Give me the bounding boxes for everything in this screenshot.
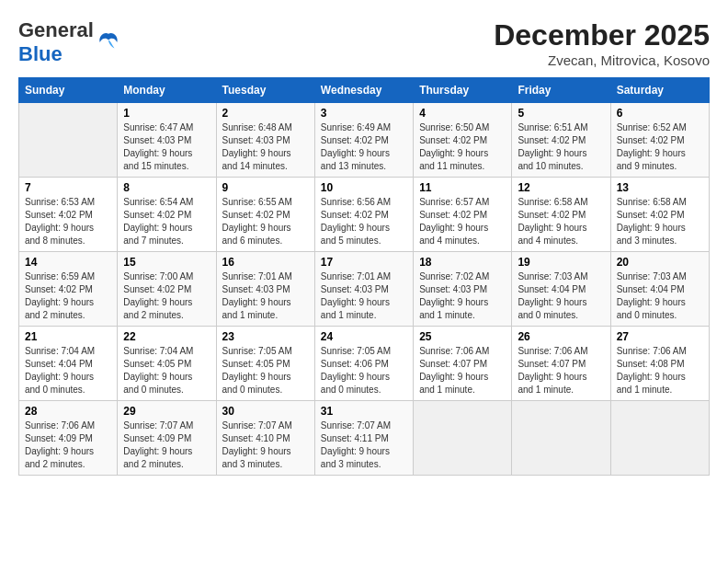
daylight: Daylight: 9 hours and 6 minutes. [222, 223, 291, 246]
calendar-cell: 2 Sunrise: 6:48 AM Sunset: 4:03 PM Dayli… [216, 103, 314, 178]
daylight: Daylight: 9 hours and 2 minutes. [123, 446, 192, 469]
logo-blue: Blue [18, 42, 63, 65]
sunset: Sunset: 4:03 PM [222, 284, 290, 294]
day-info: Sunrise: 7:05 AM Sunset: 4:05 PM Dayligh… [222, 345, 309, 396]
sunrise: Sunrise: 6:58 AM [518, 197, 587, 207]
sunrise: Sunrise: 7:04 AM [25, 346, 95, 356]
daylight: Daylight: 9 hours and 1 minute. [419, 297, 488, 320]
day-info: Sunrise: 7:06 AM Sunset: 4:07 PM Dayligh… [419, 345, 506, 396]
daylight: Daylight: 9 hours and 0 minutes. [518, 297, 586, 320]
sunrise: Sunrise: 7:03 AM [617, 271, 687, 282]
location: Zvecan, Mitrovica, Kosovo [494, 52, 710, 68]
sunset: Sunset: 4:05 PM [222, 359, 290, 369]
calendar-cell: 14 Sunrise: 6:59 AM Sunset: 4:02 PM Dayl… [19, 252, 118, 327]
daylight: Daylight: 9 hours and 1 minute. [617, 372, 686, 395]
logo-text: General Blue [18, 18, 94, 66]
day-info: Sunrise: 7:03 AM Sunset: 4:04 PM Dayligh… [617, 270, 703, 322]
daylight: Daylight: 9 hours and 7 minutes. [123, 223, 192, 246]
day-number: 4 [419, 107, 506, 120]
sunrise: Sunrise: 6:56 AM [321, 197, 391, 207]
calendar-cell: 11 Sunrise: 6:57 AM Sunset: 4:02 PM Dayl… [414, 178, 512, 252]
sunset: Sunset: 4:02 PM [419, 210, 487, 220]
day-number: 13 [617, 181, 703, 194]
day-info: Sunrise: 6:56 AM Sunset: 4:02 PM Dayligh… [321, 196, 407, 247]
daylight: Daylight: 9 hours and 0 minutes. [617, 297, 686, 320]
sunset: Sunset: 4:08 PM [617, 359, 685, 369]
title-block: December 2025 Zvecan, Mitrovica, Kosovo [494, 18, 710, 68]
calendar-cell: 26 Sunrise: 7:06 AM Sunset: 4:07 PM Dayl… [512, 327, 610, 401]
sunset: Sunset: 4:02 PM [123, 284, 191, 294]
calendar-cell [414, 401, 512, 476]
daylight: Daylight: 9 hours and 3 minutes. [617, 223, 686, 246]
sunset: Sunset: 4:04 PM [518, 284, 586, 294]
day-info: Sunrise: 7:06 AM Sunset: 4:08 PM Dayligh… [617, 345, 703, 396]
daylight: Daylight: 9 hours and 2 minutes. [123, 297, 192, 320]
calendar-cell: 5 Sunrise: 6:51 AM Sunset: 4:02 PM Dayli… [512, 103, 610, 178]
calendar-cell: 28 Sunrise: 7:06 AM Sunset: 4:09 PM Dayl… [19, 401, 118, 476]
sunrise: Sunrise: 7:06 AM [25, 420, 95, 431]
calendar-cell: 20 Sunrise: 7:03 AM Sunset: 4:04 PM Dayl… [610, 252, 709, 327]
day-number: 8 [123, 181, 210, 194]
day-info: Sunrise: 7:07 AM Sunset: 4:10 PM Dayligh… [222, 419, 309, 471]
daylight: Daylight: 9 hours and 11 minutes. [419, 148, 488, 171]
day-number: 20 [617, 256, 703, 269]
daylight: Daylight: 9 hours and 0 minutes. [222, 372, 291, 395]
calendar-week-4: 21 Sunrise: 7:04 AM Sunset: 4:04 PM Dayl… [19, 327, 710, 401]
daylight: Daylight: 9 hours and 13 minutes. [321, 148, 390, 171]
daylight: Daylight: 9 hours and 9 minutes. [617, 148, 686, 171]
calendar-week-1: 1 Sunrise: 6:47 AM Sunset: 4:03 PM Dayli… [19, 103, 710, 178]
calendar-table: SundayMondayTuesdayWednesdayThursdayFrid… [18, 77, 710, 476]
day-number: 19 [518, 256, 604, 269]
sunrise: Sunrise: 6:47 AM [123, 122, 193, 132]
sunrise: Sunrise: 7:05 AM [222, 346, 292, 356]
sunset: Sunset: 4:02 PM [123, 210, 191, 220]
day-info: Sunrise: 7:04 AM Sunset: 4:04 PM Dayligh… [25, 345, 111, 396]
calendar-cell: 27 Sunrise: 7:06 AM Sunset: 4:08 PM Dayl… [610, 327, 709, 401]
day-number: 21 [25, 330, 111, 343]
sunset: Sunset: 4:03 PM [321, 284, 389, 294]
daylight: Daylight: 9 hours and 10 minutes. [518, 148, 586, 171]
calendar-cell: 6 Sunrise: 6:52 AM Sunset: 4:02 PM Dayli… [610, 103, 709, 178]
calendar-cell: 1 Sunrise: 6:47 AM Sunset: 4:03 PM Dayli… [118, 103, 216, 178]
calendar-cell: 16 Sunrise: 7:01 AM Sunset: 4:03 PM Dayl… [216, 252, 314, 327]
calendar-cell: 15 Sunrise: 7:00 AM Sunset: 4:02 PM Dayl… [118, 252, 216, 327]
logo-general: General [18, 18, 94, 41]
calendar-cell: 8 Sunrise: 6:54 AM Sunset: 4:02 PM Dayli… [118, 178, 216, 252]
day-info: Sunrise: 7:01 AM Sunset: 4:03 PM Dayligh… [321, 270, 407, 322]
calendar-cell: 18 Sunrise: 7:02 AM Sunset: 4:03 PM Dayl… [414, 252, 512, 327]
day-info: Sunrise: 7:03 AM Sunset: 4:04 PM Dayligh… [518, 270, 604, 322]
sunrise: Sunrise: 7:04 AM [123, 346, 193, 356]
day-info: Sunrise: 6:49 AM Sunset: 4:02 PM Dayligh… [321, 121, 407, 173]
daylight: Daylight: 9 hours and 8 minutes. [25, 223, 94, 246]
daylight: Daylight: 9 hours and 1 minute. [419, 372, 488, 395]
day-number: 26 [518, 330, 604, 343]
sunset: Sunset: 4:02 PM [617, 135, 685, 145]
calendar-cell: 25 Sunrise: 7:06 AM Sunset: 4:07 PM Dayl… [414, 327, 512, 401]
day-number: 27 [617, 330, 703, 343]
day-info: Sunrise: 7:01 AM Sunset: 4:03 PM Dayligh… [222, 270, 309, 322]
daylight: Daylight: 9 hours and 3 minutes. [222, 446, 291, 469]
sunrise: Sunrise: 7:07 AM [123, 420, 193, 431]
daylight: Daylight: 9 hours and 3 minutes. [321, 446, 390, 469]
calendar-cell: 17 Sunrise: 7:01 AM Sunset: 4:03 PM Dayl… [314, 252, 413, 327]
day-number: 11 [419, 181, 506, 194]
header-sunday: Sunday [19, 78, 118, 103]
daylight: Daylight: 9 hours and 1 minute. [222, 297, 291, 320]
day-info: Sunrise: 7:06 AM Sunset: 4:09 PM Dayligh… [25, 419, 111, 471]
sunrise: Sunrise: 6:52 AM [617, 122, 687, 132]
sunrise: Sunrise: 7:06 AM [518, 346, 587, 356]
day-number: 5 [518, 107, 604, 120]
day-number: 15 [123, 256, 210, 269]
daylight: Daylight: 9 hours and 0 minutes. [321, 372, 390, 395]
sunrise: Sunrise: 6:54 AM [123, 197, 193, 207]
sunrise: Sunrise: 6:50 AM [419, 122, 489, 132]
daylight: Daylight: 9 hours and 0 minutes. [25, 372, 94, 395]
day-number: 9 [222, 181, 309, 194]
sunset: Sunset: 4:03 PM [419, 284, 487, 294]
day-number: 3 [321, 107, 407, 120]
day-number: 29 [123, 405, 210, 418]
calendar-header-row: SundayMondayTuesdayWednesdayThursdayFrid… [19, 78, 710, 103]
sunrise: Sunrise: 7:01 AM [222, 271, 292, 282]
calendar-cell: 7 Sunrise: 6:53 AM Sunset: 4:02 PM Dayli… [19, 178, 118, 252]
sunrise: Sunrise: 6:48 AM [222, 122, 292, 132]
